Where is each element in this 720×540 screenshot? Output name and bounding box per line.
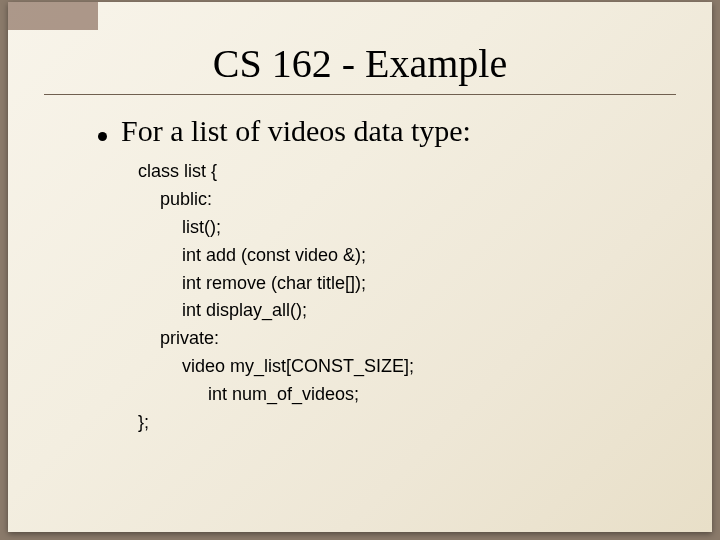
bullet-item: For a list of videos data type:	[98, 114, 672, 148]
code-line: };	[138, 409, 672, 437]
code-line: private:	[138, 325, 672, 353]
slide-title: CS 162 - Example	[8, 40, 712, 87]
bullet-icon	[98, 132, 107, 141]
code-line: list();	[138, 214, 672, 242]
content-area: For a list of videos data type: class li…	[98, 114, 672, 437]
slide: CS 162 - Example For a list of videos da…	[8, 2, 712, 532]
code-line: int num_of_videos;	[138, 381, 672, 409]
code-line: int add (const video &);	[138, 242, 672, 270]
code-line: public:	[138, 186, 672, 214]
bullet-text: For a list of videos data type:	[121, 114, 471, 148]
code-line: video my_list[CONST_SIZE];	[138, 353, 672, 381]
corner-accent	[8, 2, 98, 30]
code-line: int display_all();	[138, 297, 672, 325]
code-block: class list { public: list(); int add (co…	[138, 158, 672, 437]
title-rule	[44, 94, 676, 95]
code-line: int remove (char title[]);	[138, 270, 672, 298]
code-line: class list {	[138, 158, 672, 186]
